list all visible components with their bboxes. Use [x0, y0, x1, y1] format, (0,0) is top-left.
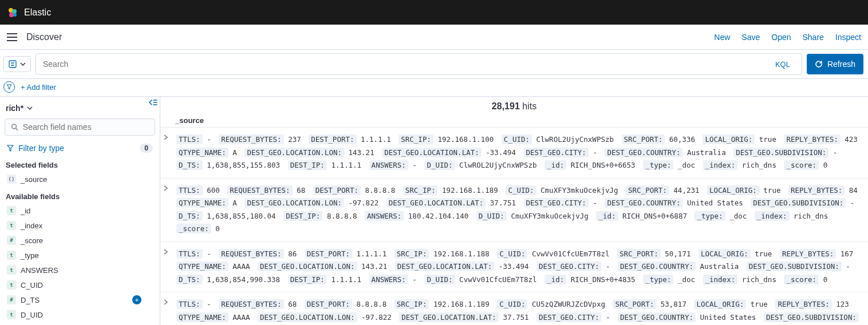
doc-value: 143.21	[349, 148, 378, 157]
doc-key: DEST_GEO.CITY:	[524, 198, 589, 208]
doc-key: DEST_GEO.COUNTRY:	[605, 198, 682, 208]
doc-key: LOCAL_ORIG:	[707, 185, 759, 195]
doc-key: DEST_PORT:	[313, 185, 361, 195]
doc-key: DEST_GEO.SUBDIVISION:	[747, 261, 842, 271]
doc-key: DEST_IP:	[283, 211, 322, 221]
action-share[interactable]: Share	[803, 33, 824, 42]
available-field-item[interactable]: 🌐DEST_GEO.CITY	[5, 322, 155, 325]
doc-value: _doc	[678, 161, 699, 169]
doc-value: ClwROL2UjyCnxWPSzb	[459, 161, 540, 169]
doc-key: ANSWERS:	[369, 160, 408, 170]
field-name: D_TS	[21, 296, 40, 304]
action-new[interactable]: New	[714, 33, 730, 42]
document-row: TTLS: - REQUEST_BYTES: 68 DEST_PORT: 8.8…	[160, 292, 868, 325]
doc-value: Australia	[700, 262, 743, 271]
available-field-item[interactable]: t_type	[5, 248, 155, 263]
available-field-item[interactable]: t_index	[5, 218, 155, 233]
options-button[interactable]	[3, 56, 31, 72]
doc-key: TTLS:	[176, 299, 203, 309]
doc-key: LOCAL_ORIG:	[703, 134, 755, 144]
doc-key: DEST_GEO.CITY:	[536, 261, 601, 271]
doc-value: 167	[841, 249, 857, 258]
available-field-item[interactable]: tD_UID	[5, 307, 155, 322]
field-search[interactable]	[5, 118, 155, 136]
available-field-item[interactable]: tC_UID	[5, 278, 155, 292]
doc-value: -	[593, 199, 601, 207]
collapse-sidebar-button[interactable]	[148, 99, 157, 106]
doc-value: -	[207, 249, 215, 258]
doc-key: REPLY_BYTES:	[775, 299, 831, 309]
action-open[interactable]: Open	[771, 33, 791, 42]
index-pattern-name: rich*	[6, 104, 23, 113]
doc-value: United States	[700, 313, 760, 322]
doc-key: ANSWERS:	[369, 275, 408, 284]
query-input[interactable]	[43, 60, 771, 69]
action-inspect[interactable]: Inspect	[835, 33, 861, 42]
available-field-item[interactable]: #_score	[5, 233, 155, 248]
doc-value: 1,638,855,180.04	[207, 212, 279, 220]
doc-key: _score:	[784, 275, 819, 284]
doc-key: DEST_GEO.CITY:	[536, 312, 601, 322]
add-filter-button[interactable]: + Add filter	[21, 83, 56, 92]
doc-value: 68	[297, 186, 309, 195]
doc-key: ANSWERS:	[365, 211, 404, 221]
doc-key: SRC_PORT:	[626, 185, 669, 195]
doc-value: 8.8.8.8	[327, 212, 361, 220]
elastic-logo-icon	[7, 7, 18, 18]
filter-by-type[interactable]: Filter by type 0	[5, 140, 155, 158]
filter-settings-button[interactable]	[3, 81, 15, 93]
nav-menu-button[interactable]	[2, 27, 22, 47]
doc-key: _id:	[545, 275, 566, 284]
field-name: _source	[21, 175, 47, 184]
main: rich* Filter by type 0 Selected fields ⟨…	[0, 97, 868, 325]
expand-doc-button[interactable]	[164, 133, 172, 172]
doc-value: 123	[836, 300, 853, 308]
doc-key: C_UID:	[497, 249, 527, 259]
brand-logo[interactable]: Elastic	[7, 7, 51, 18]
doc-value: CmuXFY3mkuOcekjvJg	[511, 212, 591, 220]
app-header: Discover New Save Open Share Inspect	[0, 25, 868, 50]
doc-value: true	[751, 300, 771, 308]
field-name: _id	[21, 207, 30, 215]
expand-doc-button[interactable]	[164, 248, 172, 287]
index-pattern-selector[interactable]: rich*	[5, 101, 155, 118]
doc-key: _index:	[755, 211, 790, 221]
doc-key: DEST_GEO.SUBDIVISION:	[764, 312, 859, 322]
expand-doc-button[interactable]	[164, 184, 172, 236]
doc-key: DEST_GEO.LOCATION.LON:	[244, 198, 344, 208]
field-name: _score	[21, 236, 43, 245]
doc-value: 180.42.104.140	[408, 212, 472, 220]
field-name: C_UID	[21, 281, 43, 290]
action-save[interactable]: Save	[741, 33, 760, 42]
doc-value: 8.8.8.8	[357, 300, 390, 308]
doc-value: true	[755, 249, 775, 258]
add-field-button[interactable]: +	[132, 295, 141, 304]
doc-key: D_UID:	[424, 275, 455, 284]
search-bar-row: KQL Refresh	[0, 50, 868, 79]
selected-field-item[interactable]: ⟨⟩_source	[5, 172, 155, 187]
document-row: TTLS: - REQUEST_BYTES: 237 DEST_PORT: 1.…	[160, 128, 868, 179]
doc-value: CvwVv01CfcUEm7T8zl	[459, 275, 540, 284]
refresh-button[interactable]: Refresh	[807, 54, 863, 74]
doc-value: CvwVv01CfcUEm7T8zl	[532, 249, 613, 258]
doc-value: 1.1.1.1	[361, 135, 394, 144]
available-field-item[interactable]: t_id	[5, 203, 155, 218]
available-field-item[interactable]: tANSWERS	[5, 263, 155, 278]
doc-value: 8.8.8.8	[365, 186, 399, 195]
doc-value: 60,336	[669, 135, 699, 144]
source-column-header: _source	[160, 114, 868, 128]
doc-key: REPLY_BYTES:	[780, 249, 836, 259]
doc-key: QTYPE_NAME:	[176, 312, 228, 322]
doc-key: REQUEST_BYTES:	[219, 299, 283, 309]
available-field-item[interactable]: #D_TS+	[5, 292, 155, 307]
doc-key: LOCAL_ORIG:	[694, 299, 746, 309]
doc-value: 68	[288, 300, 300, 308]
expand-doc-button[interactable]	[164, 298, 172, 325]
doc-value: -	[593, 148, 601, 157]
doc-value: 423	[845, 135, 861, 144]
doc-key: DEST_PORT:	[305, 299, 352, 309]
field-search-input[interactable]	[23, 122, 149, 132]
search-input-wrapper[interactable]: KQL	[35, 53, 802, 75]
query-language-toggle[interactable]: KQL	[771, 60, 795, 69]
doc-value: 37.751	[503, 313, 532, 322]
